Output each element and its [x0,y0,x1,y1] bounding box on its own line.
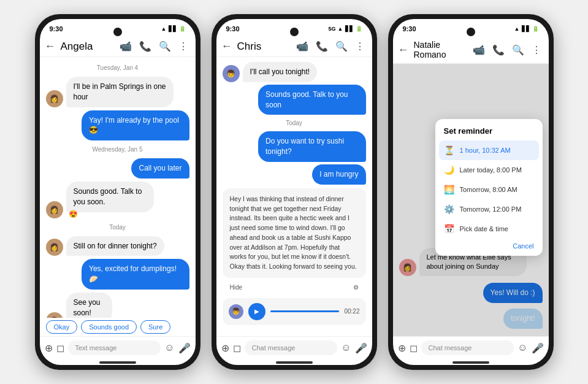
wifi-icon-2: ▲ [338,26,343,32]
signal-icon-3: ▋▋ [522,26,530,32]
top-bar-2: ← Chris 📹 📞 🔍 ⋮ [216,36,372,57]
avatar-2b: 👦 [229,304,243,319]
top-icons-3: 📹 📞 🔍 ⋮ [473,44,541,56]
battery-icon: 🔋 [179,26,186,32]
hourglass-icon: ⏳ [444,145,454,155]
signal-icon: ▋▋ [169,26,177,32]
time-3: 9:30 [403,25,416,33]
reminder-item-pick-date[interactable]: 📅 Pick date & time [435,219,543,239]
waveform-2 [270,310,340,312]
phone-icon-1[interactable]: 📞 [139,40,151,52]
avatar-1b: 👩 [46,201,63,218]
more-icon-1[interactable]: ⋮ [178,40,188,52]
phone-1: 9:30 ▲ ▋▋ 🔋 ← Angela 📹 📞 🔍 ⋮ Tuesday, Ja… [35,14,200,370]
top-icons-1: 📹 📞 🔍 ⋮ [120,40,188,52]
reminder-item-1hour[interactable]: ⏳ 1 hour, 10:32 AM [439,140,539,160]
search-icon-1[interactable]: 🔍 [159,40,171,52]
add-icon-2[interactable]: ⊕ [221,342,229,354]
table-row: Sounds good. Talk to you soon [223,85,366,115]
settings-icon-2[interactable]: ⚙ [353,284,359,291]
mic-icon-2[interactable]: 🎤 [355,342,367,354]
bubble-sent-callyou: Call you later [131,158,189,179]
bubble-received: See you soon! [66,293,113,318]
phone-1-notch [113,28,122,36]
home-indicator-1 [99,361,136,364]
long-message-2: Hey I was thinking that instead of dinne… [223,188,366,278]
phone-3-screen: 9:30 ▲ ▋▋ 🔋 ← Natalie Romano 📹 📞 🔍 ⋮ 👩 L [393,19,549,365]
table-row: Yay! I'm already by the pool 😎 [46,110,189,141]
phone-3: 9:30 ▲ ▋▋ 🔋 ← Natalie Romano 📹 📞 🔍 ⋮ 👩 L [388,14,554,370]
bubble-received: I'll be in Palm Springs in one hour [66,77,174,107]
calendar-icon: 📅 [444,224,454,234]
time-2: 9:30 [226,25,240,33]
emoji-icon-2[interactable]: ☺ [341,342,351,353]
chat-input-3[interactable]: Chat message [421,340,514,355]
reminder-item-tomorrow-8am[interactable]: 🌅 Tomorrow, 8:00 AM [435,180,543,199]
bubble-sent: Yay! I'm already by the pool 😎 [82,110,189,141]
table-row: 👩 Still on for dinner tonight? [46,236,189,256]
table-row: 👦 I'll call you tonight! [223,62,366,82]
reminder-cancel-button[interactable]: Cancel [435,239,543,253]
wifi-icon-3: ▲ [514,26,520,32]
top-icons-2: 📹 📞 🔍 ⋮ [296,40,365,52]
reminder-item-later-today[interactable]: 🌙 Later today, 8:00 PM [435,160,543,180]
hide-label[interactable]: Hide [230,284,243,291]
reminder-1hour-label: 1 hour, 10:32 AM [460,147,511,154]
quick-reply-sure[interactable]: Sure [140,320,170,334]
video-icon-2[interactable]: 📹 [296,40,308,52]
date-label-2: Today [223,120,366,126]
table-row: 👩 See you soon! ❤️ [46,293,189,318]
play-button-2[interactable]: ▶ [248,303,265,320]
date-label-1a: Tuesday, Jan 4 [46,64,189,71]
back-button-1[interactable]: ← [45,40,56,53]
search-icon-3[interactable]: 🔍 [512,44,524,56]
battery-icon-3: 🔋 [532,26,539,32]
mic-icon-1[interactable]: 🎤 [178,342,191,354]
hide-bar-2: Hide ⚙ [223,282,366,293]
sticker-icon-1[interactable]: ◻ [56,342,64,354]
time-1: 9:30 [50,25,63,33]
bubble-sent: Yes, excited for dumplings! 🥟 [82,259,189,290]
back-button-3[interactable]: ← [398,44,409,56]
add-icon-3[interactable]: ⊕ [398,342,406,354]
quick-reply-sounds-good[interactable]: Sounds good [81,320,137,334]
home-indicator-2 [276,361,313,364]
phone-2-screen: 9:30 5G ▲ ▋▋ 🔋 ← Chris 📹 📞 🔍 ⋮ 👦 I'll ca… [216,19,372,365]
reaction-1: 😍 [69,210,183,218]
bubble-sent: I am hungry [312,164,365,185]
input-bar-1: ⊕ ◻ Text message ☺ 🎤 [40,336,196,359]
emoji-icon-3[interactable]: ☺ [517,342,527,353]
reminder-tmr8am-label: Tomorrow, 8:00 AM [460,186,517,193]
status-icons-2: 5G ▲ ▋▋ 🔋 [329,26,362,32]
sunrise-icon: 🌅 [444,185,454,194]
text-input-1[interactable]: Text message [68,340,161,355]
search-icon-2[interactable]: 🔍 [335,40,348,52]
home-indicator-3 [452,361,489,364]
quick-reply-okay[interactable]: Okay [46,320,78,334]
video-icon-1[interactable]: 📹 [120,40,132,52]
sticker-icon-2[interactable]: ◻ [233,342,241,354]
mic-icon-3[interactable]: 🎤 [532,342,544,354]
sticker-icon-3[interactable]: ◻ [410,342,418,354]
signal-icon-2: ▋▋ [345,26,354,32]
reminder-item-tomorrow-12pm[interactable]: ⚙️ Tomorrow, 12:00 PM [435,199,543,219]
chat-input-2[interactable]: Chat message [245,340,338,355]
add-icon-1[interactable]: ⊕ [45,342,53,354]
video-icon-3[interactable]: 📹 [473,44,485,56]
more-icon-3[interactable]: ⋮ [532,44,541,56]
phone-icon-3[interactable]: 📞 [492,44,505,56]
reminder-title: Set reminder [435,126,543,140]
voice-duration: 00:22 [344,308,359,315]
avatar-1c: 👩 [46,239,63,256]
more-icon-2[interactable]: ⋮ [355,40,365,52]
back-button-2[interactable]: ← [221,40,232,53]
contact-name-1: Angela [61,40,115,53]
input-bar-3: ⊕ ◻ Chat message ☺ 🎤 [393,336,549,359]
chat-area-3: 👩 Let me know what Ellie says about join… [393,64,549,336]
emoji-icon-1[interactable]: ☺ [164,342,174,353]
phone-icon-2[interactable]: 📞 [316,40,328,52]
avatar-1a: 👩 [46,90,63,107]
quick-replies-1: Okay Sounds good Sure [40,318,196,336]
input-bar-2: ⊕ ◻ Chat message ☺ 🎤 [216,336,372,359]
bubble-sent: Sounds good. Talk to you soon [258,85,366,115]
